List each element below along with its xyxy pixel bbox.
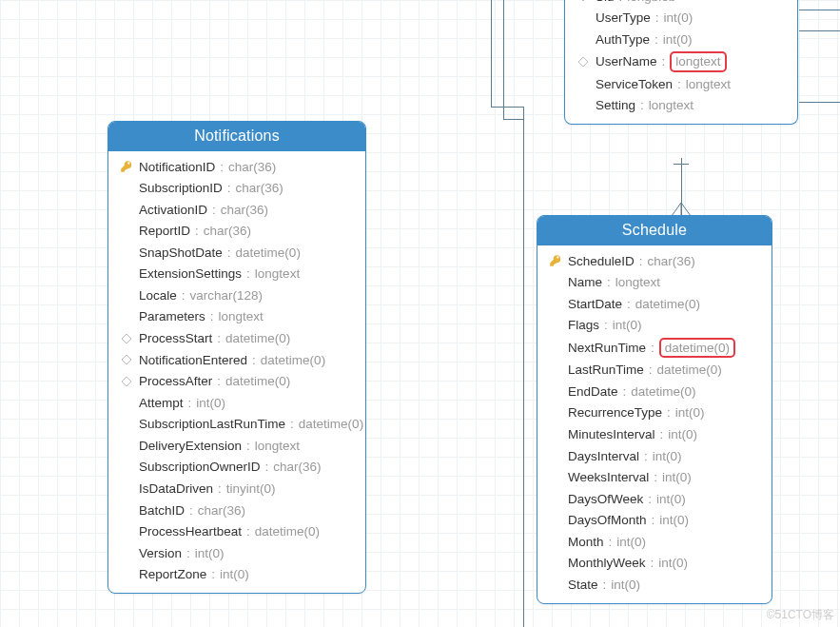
column-name: IsDataDriven (139, 480, 213, 499)
column-row: UserName: longtext (575, 50, 788, 74)
column-row: UserType: int(0) (575, 8, 788, 29)
column-type: longtext (255, 437, 300, 456)
column-row: IsDataDriven: tinyint(0) (118, 478, 356, 500)
column-type: datetime(0) (631, 382, 695, 402)
column-name: State (568, 576, 598, 595)
primary-key-icon (118, 160, 135, 173)
entity-notifications[interactable]: Notifications NotificationID: char(36)Su… (107, 121, 366, 594)
entity-schedule[interactable]: Schedule ScheduleID: char(36)Name: longt… (537, 215, 772, 604)
column-name: NotificationEntered (139, 351, 247, 370)
column-name: MonthlyWeek (568, 554, 646, 573)
column-name: Month (568, 533, 604, 552)
column-name: UserType (596, 9, 651, 28)
column-row: ProcessStart: datetime(0) (118, 328, 356, 350)
column-row: SubscriptionOwnerID: char(36) (118, 457, 356, 479)
column-row: SubscriptionLastRunTime: datetime(0) (118, 414, 356, 436)
column-type: int(0) (220, 565, 249, 584)
column-type: int(0) (659, 511, 689, 530)
column-name: ScheduleID (568, 252, 635, 271)
nullable-icon (118, 334, 135, 343)
column-name: DeliveryExtension (139, 437, 242, 456)
column-name: BatchID (139, 501, 185, 520)
column-type: int(0) (653, 447, 682, 466)
connector-line (503, 0, 504, 119)
column-name: Attempt (139, 394, 184, 413)
column-row: Setting: longtext (575, 95, 788, 117)
column-row: SnapShotDate: datetime(0) (118, 242, 356, 264)
connector-line (799, 102, 840, 103)
column-name: MinutesInterval (568, 425, 655, 444)
column-row: MonthlyWeek: int(0) (547, 553, 762, 575)
column-name: DaysOfMonth (568, 511, 647, 530)
column-name: NotificationID (139, 158, 215, 177)
column-type: longtext (615, 273, 660, 292)
column-type: varchar(128) (190, 286, 264, 305)
column-name: SnapShotDate (139, 244, 223, 263)
entity-body: Sid: longblob UserType: int(0) AuthType:… (565, 0, 797, 124)
column-row: State: int(0) (547, 574, 762, 596)
nullable-icon (575, 57, 592, 67)
column-name: NextRunTime (568, 339, 646, 358)
diagram-canvas[interactable]: Sid: longblob UserType: int(0) AuthType:… (0, 0, 840, 627)
column-type: datetime(0) (255, 522, 320, 541)
column-name: Name (568, 273, 602, 292)
svg-line-0 (672, 203, 681, 216)
column-type: char(36) (648, 252, 695, 271)
column-type: datetime(0) (225, 372, 290, 391)
entity-body: ScheduleID: char(36)Name: longtextStartD… (537, 245, 772, 603)
column-name: AuthType (596, 30, 650, 49)
crowfoot-icon (672, 203, 691, 216)
column-row: ReportID: char(36) (118, 221, 356, 243)
column-name: ActivationID (139, 201, 207, 220)
column-name: ReportID (139, 222, 190, 241)
column-name: EndDate (568, 382, 618, 402)
column-name: UserName (596, 52, 657, 71)
column-type: datetime(0) (236, 244, 301, 263)
highlight-box: datetime(0) (659, 338, 735, 359)
column-name: ProcessStart (139, 329, 212, 348)
column-row: ProcessHeartbeat: datetime(0) (118, 521, 356, 543)
primary-key-icon (547, 254, 564, 267)
column-type: int(0) (611, 576, 640, 595)
entity-users-fragment[interactable]: Sid: longblob UserType: int(0) AuthType:… (564, 0, 798, 125)
column-row: DaysOfMonth: int(0) (547, 510, 762, 532)
column-row: SubscriptionID: char(36) (118, 178, 356, 200)
column-type: int(0) (662, 468, 692, 487)
column-type: char(36) (198, 501, 245, 520)
column-row: ActivationID: char(36) (118, 199, 356, 221)
column-type: datetime(0) (225, 329, 290, 348)
column-name: StartDate (568, 295, 622, 314)
nullable-icon (118, 355, 135, 364)
column-row: StartDate: datetime(0) (547, 293, 762, 315)
entity-header[interactable]: Notifications (108, 122, 365, 151)
column-type: int(0) (668, 425, 697, 444)
column-type: longblob (627, 0, 675, 6)
column-type: int(0) (613, 316, 642, 335)
column-name: ServiceToken (596, 75, 673, 94)
connector-line (799, 10, 840, 10)
column-name: Sid (596, 0, 615, 6)
connector-line (491, 0, 492, 107)
column-row: Sid: longblob (575, 0, 788, 8)
column-type: char(36) (204, 222, 251, 241)
column-type: int(0) (675, 403, 705, 422)
column-name: SubscriptionOwnerID (139, 458, 261, 477)
column-row: Locale: varchar(128) (118, 284, 356, 306)
column-type: int(0) (663, 30, 693, 49)
column-type: longtext (255, 265, 300, 284)
column-type: longtext (675, 54, 720, 69)
column-type: int(0) (616, 533, 646, 552)
entity-header[interactable]: Schedule (537, 216, 772, 245)
column-row: ScheduleID: char(36) (547, 250, 762, 272)
column-row: DaysOfWeek: int(0) (547, 488, 762, 510)
column-row: DeliveryExtension: longtext (118, 435, 356, 457)
column-row: AuthType: int(0) (575, 29, 788, 50)
column-name: Flags (568, 316, 599, 335)
column-type: longtext (649, 96, 693, 115)
column-type: datetime(0) (261, 351, 325, 370)
column-type: datetime(0) (635, 295, 700, 314)
column-type: longtext (686, 75, 731, 94)
column-name: WeeksInterval (568, 468, 649, 487)
column-row: Flags: int(0) (547, 315, 762, 337)
column-row: BatchID: char(36) (118, 500, 356, 521)
